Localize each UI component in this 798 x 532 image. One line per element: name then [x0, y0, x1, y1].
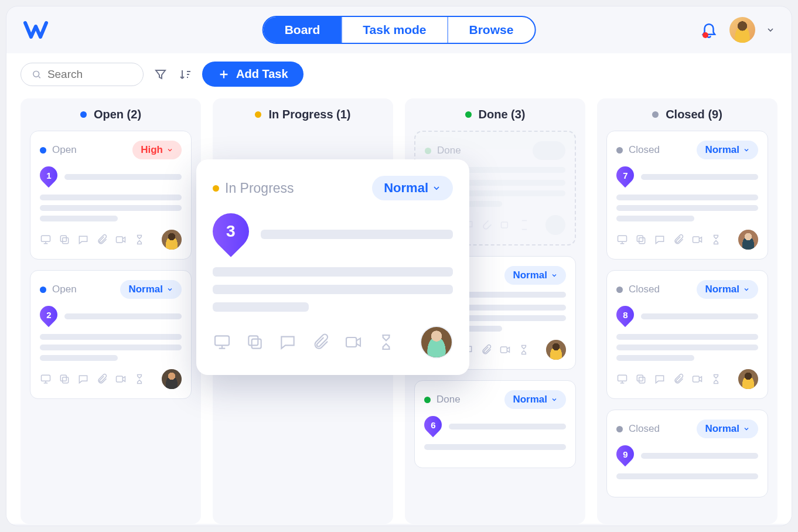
comment-icon [278, 333, 297, 352]
user-menu-toggle[interactable] [766, 25, 775, 35]
tab-task-mode[interactable]: Task mode [341, 17, 447, 43]
column-done-label: Done (3) [479, 108, 526, 121]
priority-label: Normal [384, 180, 428, 196]
assignee-avatar[interactable] [738, 230, 758, 250]
monitor-icon [616, 373, 628, 385]
task-number: 3 [226, 222, 236, 241]
priority-label: High [141, 144, 163, 156]
chevron-down-icon [166, 146, 173, 154]
placeholder-line [213, 267, 453, 277]
svg-rect-21 [639, 377, 645, 383]
hourglass-icon [710, 373, 722, 385]
task-card-dragging[interactable]: In Progress Normal 3 [196, 159, 469, 375]
task-card-9[interactable]: Closed Normal 9 [606, 410, 768, 497]
column-open-label: Open (2) [94, 108, 141, 121]
svg-rect-8 [117, 376, 123, 382]
priority-selector[interactable]: Normal [120, 280, 182, 299]
column-open: Open (2) Open High 1 [21, 98, 201, 524]
search-input-wrap[interactable] [21, 63, 144, 86]
hourglass-icon [518, 344, 530, 356]
placeholder-line [616, 334, 758, 340]
hourglass-icon [134, 373, 145, 385]
status-dot-done [465, 111, 472, 118]
task-card-8[interactable]: Closed Normal 8 [606, 270, 768, 399]
assignee-avatar[interactable] [546, 340, 566, 360]
attachment-icon [480, 344, 492, 356]
card-action-icons [213, 333, 395, 352]
priority-selector[interactable]: Normal [372, 176, 453, 200]
video-icon [115, 373, 127, 385]
priority-selector[interactable]: Normal [697, 280, 758, 299]
assignee-avatar[interactable] [162, 230, 182, 250]
status-dot [40, 287, 46, 293]
priority-label: Normal [705, 423, 739, 435]
placeholder-line [616, 473, 758, 479]
sort-button[interactable] [178, 67, 193, 82]
hourglass-icon [134, 234, 145, 245]
svg-rect-4 [117, 237, 123, 243]
add-task-label: Add Task [236, 67, 288, 81]
placeholder-line [616, 195, 758, 200]
copy-icon [635, 234, 647, 245]
status-label: In Progress [225, 180, 294, 196]
column-in-progress-header: In Progress (1) [222, 108, 384, 121]
placeholder-line [641, 453, 758, 459]
task-pin: 6 [424, 416, 442, 437]
sort-icon [178, 67, 192, 81]
tab-browse[interactable]: Browse [447, 17, 534, 43]
placeholder-line [40, 216, 118, 221]
task-card-1[interactable]: Open High 1 [30, 131, 192, 260]
placeholder-line [641, 174, 758, 180]
video-icon [115, 234, 127, 245]
status-dot [425, 148, 431, 154]
search-icon [32, 69, 42, 80]
priority-selector[interactable]: Normal [697, 141, 758, 159]
svg-rect-5 [42, 375, 50, 381]
assignee-avatar[interactable] [738, 369, 758, 389]
attachment-icon [481, 219, 493, 231]
user-avatar[interactable] [729, 17, 755, 43]
notifications-button[interactable] [700, 21, 719, 39]
comment-icon [654, 373, 666, 385]
placeholder-line [616, 205, 758, 211]
priority-selector[interactable]: Normal [504, 390, 566, 409]
placeholder-line [261, 230, 453, 239]
chevron-down-icon [432, 183, 441, 193]
placeholder-line [616, 355, 694, 361]
add-task-button[interactable]: Add Task [202, 62, 303, 87]
status-dot [616, 147, 623, 154]
svg-rect-2 [63, 238, 69, 244]
app-logo[interactable] [23, 18, 53, 42]
task-card-2[interactable]: Open Normal 2 [30, 270, 192, 399]
assignee-avatar[interactable] [162, 369, 182, 389]
svg-rect-19 [693, 237, 700, 243]
status-label: Done [437, 145, 461, 156]
priority-label: Normal [128, 284, 163, 295]
priority-selector[interactable]: Normal [504, 266, 566, 285]
svg-rect-27 [346, 337, 356, 347]
task-card-7[interactable]: Closed Normal 7 [606, 131, 768, 260]
priority-label: Normal [705, 284, 739, 295]
search-input[interactable] [47, 68, 132, 81]
attachment-icon [673, 234, 684, 245]
status-label: Open [52, 284, 77, 295]
task-card-6[interactable]: Done Normal 6 [414, 380, 576, 468]
priority-label: Normal [513, 394, 547, 405]
attachment-icon [96, 373, 108, 385]
assignee-avatar[interactable] [420, 326, 453, 359]
view-switcher: Board Task mode Browse [262, 16, 536, 44]
placeholder-line [64, 313, 182, 319]
placeholder-line [40, 195, 182, 200]
chevron-down-icon [551, 396, 558, 403]
priority-selector[interactable]: Normal [697, 420, 758, 438]
placeholder-line [40, 334, 182, 340]
video-icon [691, 234, 703, 245]
priority-selector[interactable]: High [132, 141, 182, 159]
tab-board[interactable]: Board [264, 17, 342, 43]
chevron-down-icon [743, 146, 750, 154]
svg-rect-22 [637, 375, 643, 381]
priority-selector [533, 141, 565, 160]
filter-button[interactable] [153, 67, 168, 82]
task-number: 9 [623, 449, 628, 459]
placeholder-line [40, 355, 118, 361]
